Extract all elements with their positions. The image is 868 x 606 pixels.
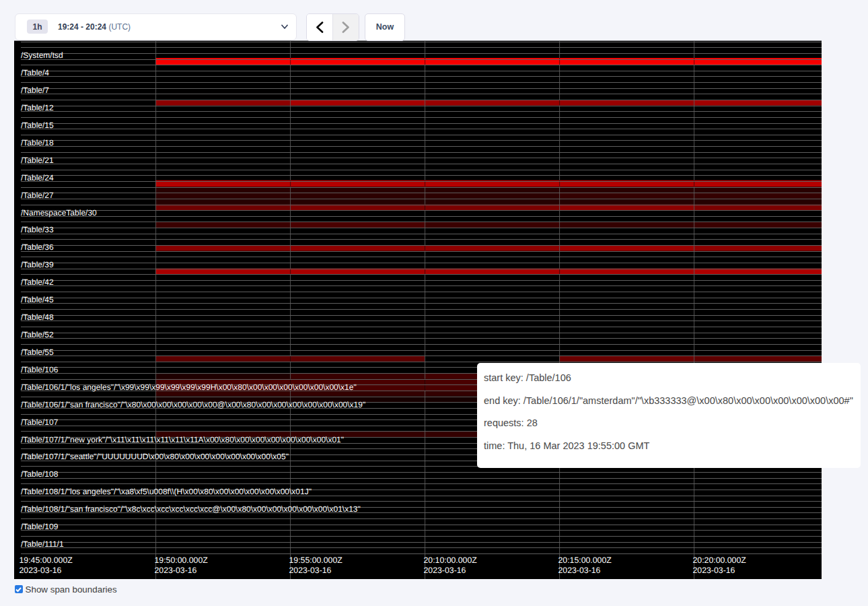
- svg-text:/System/tsd: /System/tsd: [21, 50, 63, 60]
- svg-text:/Table/55: /Table/55: [21, 347, 54, 357]
- svg-text:19:50:00.000Z: 19:50:00.000Z: [155, 556, 209, 565]
- svg-text:/Table/21: /Table/21: [21, 156, 54, 165]
- svg-text:/Table/15: /Table/15: [21, 121, 54, 130]
- svg-text:20:10:00.000Z: 20:10:00.000Z: [424, 556, 478, 565]
- svg-text:2023-03-16: 2023-03-16: [20, 566, 62, 575]
- svg-text:/Table/111/1: /Table/111/1: [21, 539, 64, 549]
- svg-text:/Table/107/1/"seattle"/"UUUUUU: /Table/107/1/"seattle"/"UUUUUUUD\x00\x80…: [21, 452, 289, 461]
- svg-text:2023-03-16: 2023-03-16: [693, 566, 735, 575]
- svg-text:/Table/108/1/"san francisco"/": /Table/108/1/"san francisco"/"\x8c\xcc\x…: [21, 504, 361, 514]
- svg-text:/Table/52: /Table/52: [21, 330, 54, 339]
- svg-text:2023-03-16: 2023-03-16: [424, 566, 466, 575]
- svg-text:/Table/33: /Table/33: [21, 225, 54, 234]
- svg-text:2023-03-16: 2023-03-16: [155, 566, 197, 575]
- svg-text:2023-03-16: 2023-03-16: [558, 566, 601, 575]
- svg-text:/Table/48: /Table/48: [21, 312, 54, 322]
- svg-text:2023-03-16: 2023-03-16: [289, 566, 332, 575]
- svg-text:/Table/106/1/"los angeles"/"\x: /Table/106/1/"los angeles"/"\x99\x99\x99…: [21, 382, 357, 392]
- svg-text:/Table/108/1/"los angeles"/"\x: /Table/108/1/"los angeles"/"\xa8\xf5\u00…: [21, 487, 312, 496]
- svg-text:20:15:00.000Z: 20:15:00.000Z: [558, 556, 612, 565]
- svg-text:19:45:00.000Z: 19:45:00.000Z: [20, 556, 73, 565]
- svg-text:/Table/18: /Table/18: [21, 138, 54, 147]
- svg-text:/Table/12: /Table/12: [21, 103, 54, 112]
- svg-text:/Table/106/1/"san francisco"/": /Table/106/1/"san francisco"/"\x80\x00\x…: [21, 400, 365, 409]
- svg-text:/Table/36: /Table/36: [21, 242, 54, 252]
- svg-text:/Table/108: /Table/108: [21, 469, 59, 479]
- svg-text:/Table/107/1/"new york"/"\x11\: /Table/107/1/"new york"/"\x11\x11\x11\x1…: [21, 435, 344, 444]
- svg-text:/Table/4: /Table/4: [21, 68, 49, 77]
- svg-text:/Table/7: /Table/7: [21, 86, 49, 95]
- svg-text:20:20:00.000Z: 20:20:00.000Z: [693, 556, 747, 565]
- svg-text:/Table/45: /Table/45: [21, 295, 54, 304]
- svg-text:/Table/106: /Table/106: [21, 365, 59, 374]
- svg-text:/Table/109: /Table/109: [21, 522, 59, 531]
- svg-text:/Table/24: /Table/24: [21, 173, 54, 182]
- svg-text:/Table/39: /Table/39: [21, 260, 54, 269]
- svg-text:/Table/107: /Table/107: [21, 417, 59, 427]
- svg-text:/Table/42: /Table/42: [21, 277, 54, 287]
- svg-text:19:55:00.000Z: 19:55:00.000Z: [289, 556, 343, 565]
- svg-text:/NamespaceTable/30: /NamespaceTable/30: [21, 208, 97, 217]
- svg-text:/Table/27: /Table/27: [21, 191, 54, 200]
